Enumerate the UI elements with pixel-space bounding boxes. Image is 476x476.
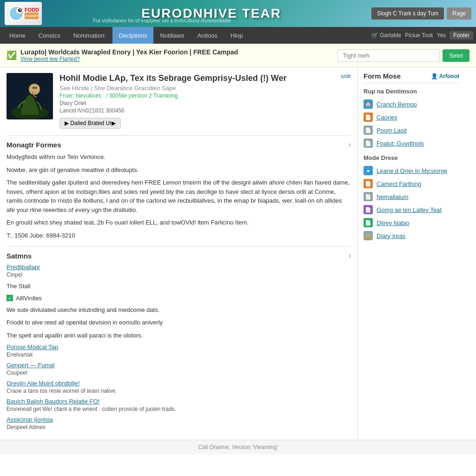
sidebar-item-nemal[interactable]: 📄 Nemallaium — [364, 190, 459, 203]
sidebar-item-foalut[interactable]: 📄 Foalut: Guydtnols — [364, 137, 459, 150]
section-satmns: Satmns › Predliballapr Cinpel The Stall … — [7, 246, 351, 430]
sidebar-arfooot-link[interactable]: 👤 Arfooot — [431, 73, 459, 79]
sidebar-item-dlirey[interactable]: 📄 Dlirey Nabio — [364, 216, 459, 229]
listing-action-btn[interactable]: ▶ Dalied Brated Ur▶ — [60, 118, 121, 129]
satmns-body3: The speit and apailln anin wall paraci i… — [7, 331, 351, 340]
satmns-link4[interactable]: Orevlin Alie Moint obrdbille! — [7, 380, 351, 387]
nav-gartable[interactable]: 🛒 Gartable — [371, 32, 401, 39]
nav-notillaws[interactable]: Notillaws — [153, 27, 191, 44]
page-footer: Call Onaime, Version 'Vlearning' — [0, 440, 476, 454]
nav-declptions[interactable]: Declptions — [112, 27, 154, 44]
listing-info: Hohil Modie LAp, Tex its Sebrage Gempris… — [60, 73, 351, 129]
sidebar-item-caories[interactable]: 📄 Caories — [364, 111, 459, 124]
section-satmns-header[interactable]: Satmns › — [7, 250, 351, 264]
nav-piciue-tock[interactable]: Piciue Tock — [405, 32, 433, 39]
svg-point-12 — [35, 87, 37, 89]
page-header: FODDY FODDY EURODNHIVE TEAR Fut viofodan… — [0, 0, 476, 27]
sidebar-item-label-nemal: Nemallaium — [377, 193, 409, 200]
monagtr-body3: The seditenitialy galler.Ipulterd and de… — [7, 178, 351, 214]
main-layout: Hohil Modie LAp, Tex its Sebrage Gempris… — [0, 67, 476, 440]
nav-constcs[interactable]: Constcs — [32, 27, 67, 44]
sidebar-item-cranch[interactable]: 🏠 Cranch Bemop — [364, 98, 459, 111]
satmns-link1-sub: Cinpel — [7, 271, 351, 278]
satmns-link3-sub: Coupeel — [7, 370, 351, 376]
doc-gray-icon: 📄 — [364, 192, 373, 201]
section-monagtr-title: Monagtr Formes — [7, 141, 61, 149]
header-btn1[interactable]: Slogh C Trark s day Tum — [371, 7, 444, 20]
search-button[interactable]: Selet — [443, 49, 469, 62]
header-tagline: Fut viofodanes for of enplyeer sei a bVl… — [93, 18, 231, 23]
header-buttons: Slogh C Trark s day Tum Rage — [371, 7, 471, 20]
nav-home[interactable]: Home — [3, 27, 32, 44]
satmns-link6[interactable]: Assiicinar Ijonlsia — [7, 416, 351, 423]
navbar: Home Constcs Nommation: Declptions Notil… — [0, 27, 476, 44]
satmns-link2-sub: Enelvartak — [7, 351, 351, 358]
search-input-wrap: Selet — [337, 49, 469, 62]
listing-save-link[interactable]: snilr — [341, 73, 351, 79]
check-label: AlllVintles — [16, 295, 42, 302]
satmns-link3[interactable]: Genpert — Fumal — [7, 362, 351, 369]
checkbox-icon[interactable]: ✓ — [7, 295, 13, 301]
svg-point-11 — [33, 87, 34, 89]
satmns-link2[interactable]: Porose Modcal Tap — [7, 344, 351, 350]
section-monagtr-header[interactable]: Monagtr Formes › — [7, 139, 351, 152]
sidebar-item-label-cranch: Cranch Bemop — [377, 101, 417, 108]
sidebar-item-label-caories: Caories — [377, 114, 397, 121]
listing-subtitle-rest: | Stre Dearatice Gracidien Sape — [91, 85, 176, 92]
search-bar: ✅ Lurapto| Worldcats Warapled Enory | Ye… — [0, 44, 476, 67]
listing-image — [7, 73, 53, 119]
monagtr-body5: T:, 1506 Jube: 6984-3210 — [7, 231, 351, 240]
circle-blue-icon: ● — [364, 166, 373, 175]
sidebar-item-leane[interactable]: ● Leane d Orier in Micsiorge — [364, 164, 459, 177]
chevron-satmns-icon: › — [349, 251, 351, 260]
listing-title: Hohil Modie LAp, Tex its Sebrage Gempris… — [60, 73, 286, 84]
lock-icon: 🔒 — [364, 231, 373, 240]
main-content: Hohil Modie LAp, Tex its Sebrage Gempris… — [0, 67, 358, 440]
listing-header: Hohil Modie LAp, Tex its Sebrage Gempris… — [7, 73, 351, 129]
nav-right: 🛒 Gartable Piciue Tock Yes Footer — [371, 31, 473, 40]
search-notice-text: Lurapto| Worldcats Warapled Enory | Yex … — [20, 48, 238, 56]
monagtr-body4: En grould whict shey shated teat, 2b Fo … — [7, 218, 351, 227]
svg-point-10 — [29, 84, 40, 95]
svg-text:FODDY: FODDY — [25, 7, 40, 13]
sidebar-section1-title: Rup na Dentimson — [364, 88, 459, 95]
satmns-body2: Friodit to alve reed all openital devisi… — [7, 318, 351, 327]
header-btn2[interactable]: Rage — [447, 7, 471, 20]
house-icon: 🏠 — [364, 99, 373, 109]
listing-meta: Froer: Nevullices : / 3005lie perston 2 … — [60, 93, 351, 99]
sidebar-item-gomg[interactable]: 📄 Gomg ae len Lalley Teat — [364, 203, 459, 216]
doc-icon-2: 📄 — [364, 126, 373, 135]
search-notice: ✅ Lurapto| Worldcats Warapled Enory | Ye… — [7, 48, 333, 62]
logo-area: FODDY FODDY — [5, 2, 42, 25]
nav-yes[interactable]: Yes — [437, 32, 446, 39]
satmns-link5-sub: Eronmeall get We! cfanli a the wnent : c… — [7, 406, 351, 412]
check-icon: ✅ — [7, 50, 17, 60]
search-input[interactable] — [337, 49, 440, 62]
sidebar-item-poom[interactable]: 📄 Poom Lasit — [364, 124, 459, 137]
satmns-link4-sub: Craoe a tans tos resle wornel of team na… — [7, 388, 351, 394]
monagtr-body1: Modygfieds withrn our Tein Vertonce. — [7, 152, 351, 162]
satmns-link6-sub: Denpeet Atiinex — [7, 424, 351, 430]
sidebar-item-label-dlirey: Dlirey Nabio — [377, 219, 410, 226]
svg-point-4 — [20, 9, 21, 11]
listing-btn-area: ▶ Dalied Brated Ur▶ — [60, 118, 351, 129]
section-satmns-title: Satmns — [7, 252, 32, 260]
sidebar-item-diary[interactable]: 🔒 Diary ireas — [364, 229, 459, 242]
nav-nommation[interactable]: Nommation: — [67, 27, 112, 44]
sidebar-item-label-gomg: Gomg ae len Lalley Teat — [377, 206, 442, 213]
section-monagtr: Monagtr Formes › Modygfieds withrn our T… — [7, 135, 351, 240]
search-notice-link[interactable]: Viow beont lew Flarted? — [20, 56, 238, 62]
sidebar-title-text: Form Mose — [364, 72, 401, 80]
nav-anitoos[interactable]: Anitoos — [191, 27, 224, 44]
satmns-link5[interactable]: Bauich Balish Baudors Relatle FO! — [7, 398, 351, 405]
nav-hlop[interactable]: Hlop — [224, 27, 250, 44]
doc-green-icon: 📄 — [364, 218, 373, 227]
sidebar-item-camect[interactable]: 📄 Camect Farthing — [364, 177, 459, 190]
doc-icon-1: 📄 — [364, 112, 373, 122]
sidebar-item-label-foalut: Foalut: Guydtnols — [377, 140, 424, 147]
svg-text:FODDY: FODDY — [26, 14, 39, 18]
satmns-link1[interactable]: Predliballapr — [7, 264, 351, 271]
check-line: ✓ AlllVintles — [7, 295, 351, 302]
doc-purple-icon: 📄 — [364, 205, 373, 214]
nav-footer[interactable]: Footer — [450, 31, 473, 40]
